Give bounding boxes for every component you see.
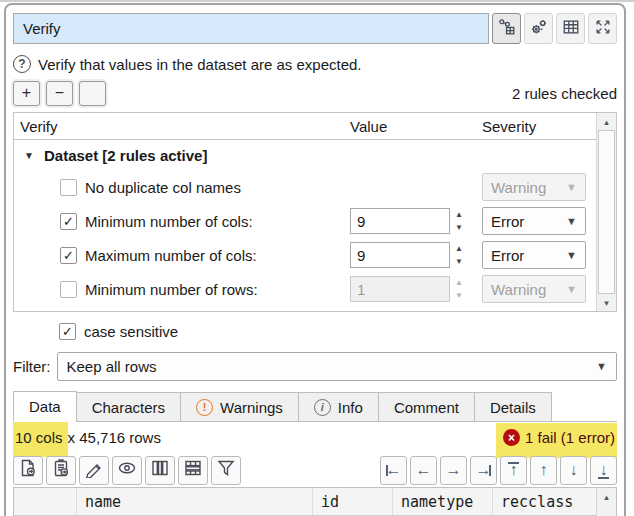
column-header-name[interactable]: name <box>76 488 312 515</box>
transform-name-input[interactable]: Verify <box>13 13 489 44</box>
arrow-right-bar-icon: → <box>476 461 492 479</box>
tab-characters[interactable]: Characters <box>76 392 181 422</box>
filter-row: Filter: Keep all rows ▼ <box>13 351 617 381</box>
rule-checkbox[interactable]: ✓ <box>60 247 77 264</box>
filter-dropdown[interactable]: Keep all rows ▼ <box>57 352 618 381</box>
tab-warnings[interactable]: ! Warnings <box>180 392 299 422</box>
rule-label: Maximum number of cols: <box>85 247 257 264</box>
go-last-row-button[interactable]: ↓ <box>590 456 617 485</box>
spin-up-button[interactable]: ▲ <box>450 276 468 289</box>
tab-comment[interactable]: Comment <box>378 392 475 422</box>
funnel-icon <box>216 458 236 482</box>
settings-button[interactable] <box>524 13 553 44</box>
columns-icon <box>150 458 170 482</box>
rule-row-no-duplicate-cols: No duplicate col names Warning ▼ <box>14 170 596 204</box>
panel-description: Verify that values in the dataset are as… <box>38 56 362 73</box>
scroll-down-button[interactable]: ▾ <box>597 294 616 311</box>
rule-value-input[interactable]: 1 <box>350 276 450 302</box>
title-row: Verify <box>13 13 617 44</box>
data-grid-scrollbar[interactable]: ▴ <box>596 488 616 516</box>
case-sensitive-checkbox[interactable]: ✓ <box>59 323 76 340</box>
verify-panel-window: Verify ? Verify that values in the datas… <box>4 3 626 516</box>
copy-clipboard-button[interactable] <box>46 456 76 485</box>
add-rule-button[interactable]: + <box>13 81 40 106</box>
spin-up-button[interactable]: ▲ <box>450 208 468 221</box>
rule-checkbox[interactable]: ✓ <box>60 213 77 230</box>
go-next-row-button[interactable]: ↓ <box>560 456 587 485</box>
tab-data[interactable]: Data <box>13 391 77 422</box>
pencil-icon <box>84 458 104 482</box>
scrollbar-thumb[interactable] <box>598 130 615 294</box>
rule-row-min-cols: ✓ Minimum number of cols: 9 ▲ ▼ Error ▼ <box>14 204 596 238</box>
go-first-row-button[interactable]: ↑ <box>500 456 527 485</box>
export-file-button[interactable] <box>13 456 43 485</box>
collapse-triangle-icon[interactable]: ▼ <box>24 150 36 161</box>
clear-rules-button[interactable] <box>79 81 106 106</box>
navigation-buttons: ← ← → → ↑ ↑ ↓ ↓ <box>380 456 617 485</box>
column-header-nametype[interactable]: nametype <box>392 488 492 515</box>
eye-icon <box>117 458 137 482</box>
chevron-down-icon: ▼ <box>566 249 577 261</box>
rule-checkbox[interactable] <box>60 179 77 196</box>
tab-label: Details <box>490 399 536 416</box>
filter-button[interactable] <box>211 456 241 485</box>
rules-checked-label: 2 rules checked <box>512 85 617 102</box>
spin-down-button[interactable]: ▼ <box>450 255 468 268</box>
go-prev-col-button[interactable]: ← <box>410 456 437 485</box>
severity-dropdown[interactable]: Error ▼ <box>482 241 586 269</box>
info-icon: i <box>314 399 331 416</box>
value-spinner: ▲ ▼ <box>450 242 468 268</box>
tab-details[interactable]: Details <box>474 392 552 422</box>
check-icon: ✓ <box>63 214 74 229</box>
tab-info[interactable]: i Info <box>298 392 379 422</box>
gears-icon <box>530 18 548 40</box>
clipboard-icon <box>51 458 71 482</box>
severity-dropdown[interactable]: Error ▼ <box>482 207 586 235</box>
spin-down-button[interactable]: ▼ <box>450 289 468 302</box>
select-rows-button[interactable] <box>178 456 208 485</box>
scroll-up-button[interactable]: ▴ <box>597 488 616 505</box>
data-grid-header: name id nametype recclass <box>14 488 596 516</box>
severity-dropdown[interactable]: Warning ▼ <box>482 173 586 201</box>
column-header-recclass[interactable]: recclass <box>492 488 596 515</box>
tab-label: Warnings <box>220 399 283 416</box>
chevron-down-icon: ▼ <box>566 215 577 227</box>
chevron-down-icon: ▼ <box>566 181 577 193</box>
node-table-icon <box>498 18 516 40</box>
go-first-col-button[interactable]: ← <box>380 456 407 485</box>
remove-rule-button[interactable]: − <box>46 81 73 106</box>
rule-checkbox[interactable] <box>60 281 77 298</box>
rule-label: Minimum number of rows: <box>85 281 258 298</box>
spin-down-button[interactable]: ▼ <box>450 221 468 234</box>
maximize-button[interactable] <box>588 13 617 44</box>
preview-button[interactable] <box>112 456 142 485</box>
show-connections-button[interactable] <box>492 13 521 44</box>
go-prev-row-button[interactable]: ↑ <box>530 456 557 485</box>
rules-scrollbar[interactable]: ▴ ▾ <box>596 113 616 311</box>
severity-value: Warning <box>491 281 546 298</box>
column-header-id[interactable]: id <box>312 488 392 515</box>
bottom-tabbar: Data Characters ! Warnings i Info Commen… <box>13 390 617 422</box>
select-columns-button[interactable] <box>145 456 175 485</box>
rule-label: Minimum number of cols: <box>85 213 253 230</box>
severity-dropdown[interactable]: Warning ▼ <box>482 275 586 303</box>
scroll-up-button[interactable]: ▴ <box>597 113 616 130</box>
rule-label: No duplicate col names <box>85 179 241 196</box>
rule-group-label: Dataset [2 rules active] <box>44 147 207 164</box>
go-last-col-button[interactable]: → <box>470 456 497 485</box>
arrow-up-icon: ↑ <box>540 461 548 479</box>
rule-value-input[interactable]: 9 <box>350 242 450 268</box>
rule-buttons-row: + − 2 rules checked <box>13 80 617 106</box>
case-sensitive-label: case sensitive <box>84 323 178 340</box>
rows-icon <box>183 458 203 482</box>
arrow-down-icon: ↓ <box>570 461 578 479</box>
value-spinner: ▲ ▼ <box>450 208 468 234</box>
spin-up-button[interactable]: ▲ <box>450 242 468 255</box>
table-view-button[interactable] <box>556 13 585 44</box>
edit-button[interactable] <box>79 456 109 485</box>
check-icon: ✓ <box>62 324 73 339</box>
status-row: 10 cols x 45,716 rows × 1 fail (1 error) <box>13 422 617 453</box>
data-toolbar: ← ← → → ↑ ↑ ↓ ↓ <box>13 453 617 487</box>
go-next-col-button[interactable]: → <box>440 456 467 485</box>
rule-value-input[interactable]: 9 <box>350 208 450 234</box>
